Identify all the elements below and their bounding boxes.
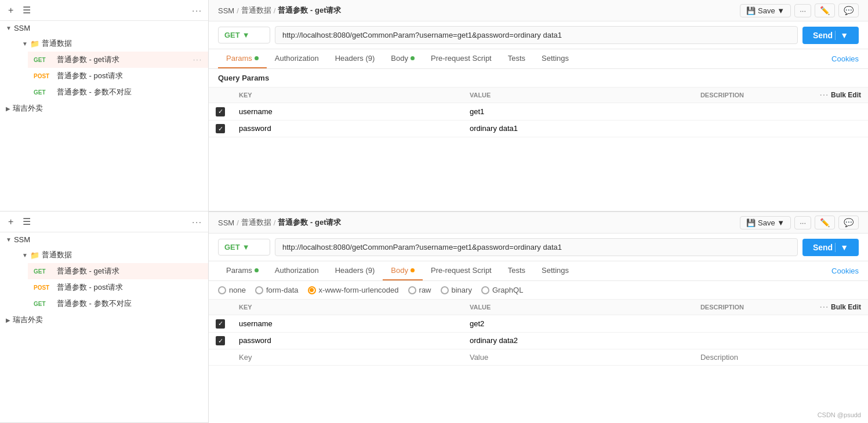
row-checkbox[interactable]: ✓ bbox=[216, 124, 225, 133]
url-input-1[interactable] bbox=[275, 26, 798, 44]
tab-headers-2[interactable]: Headers (9) bbox=[327, 261, 383, 280]
key-input[interactable] bbox=[239, 319, 456, 328]
desc-cell[interactable] bbox=[693, 332, 810, 349]
comment-button-1[interactable]: 💬 bbox=[838, 3, 859, 17]
tab-prerequest-1[interactable]: Pre-request Script bbox=[423, 49, 500, 68]
value-input-placeholder[interactable] bbox=[470, 353, 687, 362]
key-cell[interactable] bbox=[232, 349, 463, 366]
filter-button-1[interactable]: ☰ bbox=[20, 3, 33, 17]
key-input[interactable] bbox=[239, 107, 456, 116]
bulk-edit-button[interactable]: Bulk Edit bbox=[831, 303, 861, 311]
tab-body-2[interactable]: Body bbox=[383, 261, 423, 280]
tab-authorization-2[interactable]: Authorization bbox=[267, 261, 327, 280]
tab-headers-1[interactable]: Headers (9) bbox=[327, 49, 383, 68]
tree-root-ssm-2[interactable]: ▼ SSM bbox=[0, 232, 208, 247]
desc-input-placeholder[interactable] bbox=[700, 353, 803, 362]
value-input[interactable] bbox=[470, 336, 687, 345]
value-cell[interactable] bbox=[463, 332, 693, 349]
tab-params-2[interactable]: Params bbox=[218, 261, 267, 280]
tab-settings-1[interactable]: Settings bbox=[533, 49, 577, 68]
desc-cell[interactable] bbox=[693, 103, 810, 121]
key-cell[interactable] bbox=[232, 120, 463, 137]
more-button-1[interactable]: ··· bbox=[192, 6, 202, 15]
more-dots-icon[interactable]: ··· bbox=[820, 303, 829, 311]
checkbox-cell[interactable]: ✓ bbox=[209, 315, 232, 333]
desc-input[interactable] bbox=[700, 107, 803, 116]
list-item[interactable]: GET 普通参数 - 参数不对应 bbox=[28, 84, 208, 100]
desc-cell[interactable] bbox=[693, 120, 810, 137]
more-actions-button-1[interactable]: ··· bbox=[794, 4, 811, 17]
desc-cell[interactable] bbox=[693, 349, 810, 366]
row-checkbox[interactable]: ✓ bbox=[216, 319, 225, 329]
tab-authorization-1[interactable]: Authorization bbox=[267, 49, 327, 68]
value-input[interactable] bbox=[470, 124, 687, 133]
tab-params-1[interactable]: Params bbox=[218, 49, 267, 68]
radio-binary[interactable]: binary bbox=[441, 286, 472, 294]
folder-label: 普通数据 bbox=[42, 250, 72, 260]
edit-button-2[interactable]: ✏️ bbox=[815, 216, 835, 229]
method-select-2[interactable]: GET ▼ bbox=[218, 239, 270, 256]
list-item[interactable]: POST 普通参数 - post请求 bbox=[28, 68, 208, 84]
more-actions-button-2[interactable]: ··· bbox=[794, 216, 811, 229]
tree-folder-1[interactable]: ▼ 📁 普通数据 bbox=[16, 35, 208, 52]
more-dots-icon[interactable]: ··· bbox=[820, 91, 829, 99]
tab-tests-1[interactable]: Tests bbox=[500, 49, 533, 68]
more-icon[interactable]: ··· bbox=[193, 56, 202, 64]
key-input-placeholder[interactable] bbox=[239, 353, 456, 362]
checkbox-cell[interactable]: ✓ bbox=[209, 120, 232, 137]
bulk-edit-button[interactable]: Bulk Edit bbox=[831, 91, 861, 99]
filter-button-2[interactable]: ☰ bbox=[20, 215, 33, 228]
tree-collapsed-1[interactable]: ▶ 瑞吉外卖 bbox=[0, 100, 208, 116]
checkbox-cell[interactable]: ✓ bbox=[209, 103, 232, 121]
desc-input[interactable] bbox=[700, 124, 803, 133]
row-checkbox[interactable]: ✓ bbox=[216, 107, 225, 116]
folder-icon: 📁 bbox=[30, 251, 39, 260]
send-button-2[interactable]: Send ▼ bbox=[802, 239, 859, 256]
desc-input[interactable] bbox=[700, 319, 803, 328]
cookies-link-2[interactable]: Cookies bbox=[831, 267, 859, 275]
add-button-2[interactable]: + bbox=[6, 216, 16, 228]
radio-x-www[interactable]: x-www-form-urlencoded bbox=[308, 286, 399, 294]
desc-cell[interactable] bbox=[693, 315, 810, 333]
value-input[interactable] bbox=[470, 319, 687, 328]
save-button-1[interactable]: 💾 Save ▼ bbox=[740, 4, 791, 17]
row-checkbox[interactable]: ✓ bbox=[216, 336, 225, 345]
tab-settings-2[interactable]: Settings bbox=[533, 261, 577, 280]
url-input-2[interactable] bbox=[275, 238, 798, 256]
params-table-2: KEY VALUE DESCRIPTION ··· Bulk Edit ✓ bbox=[209, 300, 868, 366]
desc-input[interactable] bbox=[700, 336, 803, 345]
value-cell[interactable] bbox=[463, 103, 693, 121]
key-input[interactable] bbox=[239, 336, 456, 345]
key-cell[interactable] bbox=[232, 332, 463, 349]
tab-tests-2[interactable]: Tests bbox=[500, 261, 533, 280]
key-cell[interactable] bbox=[232, 315, 463, 333]
list-item[interactable]: GET 普通参数 - get请求 bbox=[28, 263, 208, 279]
edit-button-1[interactable]: ✏️ bbox=[815, 3, 835, 17]
value-cell[interactable] bbox=[463, 315, 693, 333]
send-button-1[interactable]: Send ▼ bbox=[802, 27, 859, 44]
radio-none[interactable]: none bbox=[218, 286, 246, 294]
value-cell[interactable] bbox=[463, 349, 693, 366]
list-item[interactable]: GET 普通参数 - 参数不对应 bbox=[28, 296, 208, 312]
radio-raw[interactable]: raw bbox=[408, 286, 431, 294]
list-item[interactable]: GET 普通参数 - get请求 ··· bbox=[28, 52, 208, 68]
value-cell[interactable] bbox=[463, 120, 693, 137]
tab-body-1[interactable]: Body bbox=[383, 49, 423, 68]
more-button-2[interactable]: ··· bbox=[192, 217, 202, 227]
tree-root-ssm-1[interactable]: ▼ SSM bbox=[0, 21, 208, 35]
value-input[interactable] bbox=[470, 107, 687, 116]
list-item[interactable]: POST 普通参数 - post请求 bbox=[28, 279, 208, 296]
cookies-link-1[interactable]: Cookies bbox=[831, 54, 859, 63]
checkbox-cell[interactable]: ✓ bbox=[209, 332, 232, 349]
key-input[interactable] bbox=[239, 124, 456, 133]
radio-form-data[interactable]: form-data bbox=[255, 286, 299, 294]
add-button-1[interactable]: + bbox=[6, 4, 16, 17]
key-cell[interactable] bbox=[232, 103, 463, 121]
tab-prerequest-2[interactable]: Pre-request Script bbox=[423, 261, 500, 280]
save-button-2[interactable]: 💾 Save ▼ bbox=[740, 216, 791, 229]
tree-folder-2[interactable]: ▼ 📁 普通数据 bbox=[16, 247, 208, 263]
radio-graphql[interactable]: GraphQL bbox=[481, 286, 523, 294]
method-select-1[interactable]: GET ▼ bbox=[218, 27, 270, 43]
tree-collapsed-2[interactable]: ▶ 瑞吉外卖 bbox=[0, 312, 208, 328]
comment-button-2[interactable]: 💬 bbox=[838, 216, 859, 229]
